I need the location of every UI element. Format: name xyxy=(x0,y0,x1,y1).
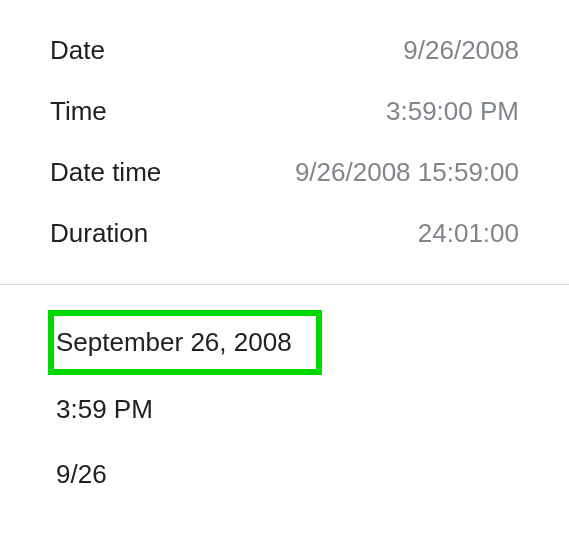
time-label: Time xyxy=(50,96,107,127)
time-row: Time 3:59:00 PM xyxy=(50,81,519,142)
fields-section: Date 9/26/2008 Time 3:59:00 PM Date time… xyxy=(0,0,569,284)
datetime-label: Date time xyxy=(50,157,161,188)
time-value: 3:59:00 PM xyxy=(386,96,519,127)
date-label: Date xyxy=(50,35,105,66)
datetime-value: 9/26/2008 15:59:00 xyxy=(295,157,519,188)
duration-value: 24:01:00 xyxy=(418,218,519,249)
datetime-row: Date time 9/26/2008 15:59:00 xyxy=(50,142,519,203)
list-item-date-long[interactable]: September 26, 2008 xyxy=(48,310,322,375)
list-item-time[interactable]: 3:59 PM xyxy=(50,379,159,440)
duration-row: Duration 24:01:00 xyxy=(50,203,519,264)
list-item-wrapper: 9/26 xyxy=(50,444,519,505)
date-value: 9/26/2008 xyxy=(403,35,519,66)
list-item-wrapper: September 26, 2008 xyxy=(50,310,519,375)
list-item-wrapper: 3:59 PM xyxy=(50,379,519,440)
date-row: Date 9/26/2008 xyxy=(50,20,519,81)
duration-label: Duration xyxy=(50,218,148,249)
list-section: September 26, 2008 3:59 PM 9/26 xyxy=(0,285,569,529)
list-item-date-short[interactable]: 9/26 xyxy=(50,444,113,505)
